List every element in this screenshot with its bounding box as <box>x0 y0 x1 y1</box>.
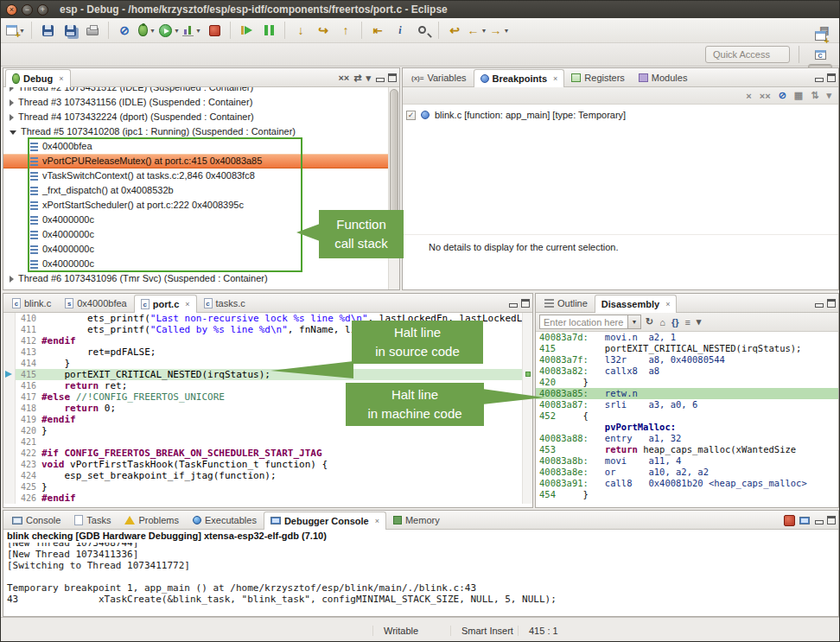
minimize-view-icon[interactable] <box>508 299 517 308</box>
maximize-view-icon[interactable] <box>827 516 836 524</box>
minimize-view-icon[interactable] <box>375 73 384 82</box>
dropdown-arrow-icon[interactable]: ▼ <box>195 28 201 34</box>
stack-frame-row[interactable]: 0x4000bfea <box>3 139 399 154</box>
thread-row[interactable]: Thread #5 1073410208 (ipc1 : Running) (S… <box>3 124 399 139</box>
minimize-window-button[interactable]: − <box>22 4 33 16</box>
disassembly-listing[interactable]: 40083a7d: movi.n a2, 1415 portEXIT_CRITI… <box>536 332 838 507</box>
view-tab-debugger-console[interactable]: Debugger Console× <box>264 512 386 530</box>
maximize-view-icon[interactable] <box>827 299 836 308</box>
last-edit-button[interactable]: ↩ <box>444 20 465 41</box>
close-icon[interactable]: × <box>665 300 670 308</box>
run-button[interactable]: ▼ <box>159 20 180 41</box>
save-all-button[interactable] <box>60 20 80 41</box>
terminate-icon[interactable] <box>784 515 795 526</box>
dropdown-arrow-icon[interactable]: ▼ <box>481 28 487 34</box>
resume-button[interactable] <box>236 20 257 41</box>
close-icon[interactable]: × <box>553 74 557 83</box>
remove-all-terminated-icon[interactable]: ×× <box>338 73 349 83</box>
view-tab-executables[interactable]: Executables <box>186 511 264 529</box>
view-tab-registers[interactable]: Registers <box>564 68 631 86</box>
view-menu-icon[interactable]: ▾ <box>697 316 702 327</box>
stack-frame-row[interactable]: 0x4000000c <box>3 257 399 271</box>
maximize-view-icon[interactable] <box>827 73 836 82</box>
debug-tab-debug[interactable]: Debug× <box>5 69 71 87</box>
view-tab-disassembly[interactable]: Disassembly× <box>595 295 678 313</box>
print-button[interactable] <box>82 20 103 41</box>
editor-tab-0x4000bfea[interactable]: s0x4000bfea <box>58 294 134 312</box>
editor-tab-port-c[interactable]: cport.c× <box>134 295 197 313</box>
view-menu-icon[interactable]: ▾ <box>366 73 371 84</box>
editor-tab-tasks-c[interactable]: ctasks.c <box>197 294 252 312</box>
debug-tree-scrollbar[interactable] <box>388 87 399 289</box>
thread-row[interactable]: Thread #2 1073431512 (IDLE) (Suspended :… <box>3 87 399 95</box>
track-expression-icon[interactable]: ≡ <box>684 317 690 327</box>
stop-button[interactable] <box>204 20 225 41</box>
maximize-window-button[interactable]: + <box>37 4 48 16</box>
editor-tab-blink-c[interactable]: cblink.c <box>5 294 58 312</box>
thread-row[interactable]: Thread #3 1073431156 (IDLE) (Suspended :… <box>3 95 399 110</box>
console-output[interactable]: [New Thread 1073468744][New Thread 10734… <box>3 543 838 616</box>
close-icon[interactable]: × <box>185 300 189 308</box>
close-icon[interactable]: × <box>59 74 63 83</box>
step-into-button[interactable]: ↓ <box>290 20 311 41</box>
link-with-debug-icon[interactable]: ⇅ <box>811 90 818 101</box>
view-tab-problems[interactable]: Problems <box>118 511 185 529</box>
debug-button[interactable]: ▼ <box>137 20 157 41</box>
skip-all-breakpoints-icon[interactable]: ⊘ <box>779 90 786 101</box>
show-source-toggle-icon[interactable]: {} <box>671 317 679 327</box>
connect-icon[interactable]: ⇄ <box>353 73 361 84</box>
tree-collapsed-icon[interactable] <box>10 114 14 121</box>
tree-expanded-icon[interactable] <box>10 130 16 135</box>
dropdown-arrow-icon[interactable]: ▼ <box>150 28 156 34</box>
remove-breakpoint-icon[interactable]: × <box>746 91 751 101</box>
instruction-stepping-button[interactable]: i <box>390 20 410 41</box>
open-perspective-button[interactable] <box>808 26 832 45</box>
tree-collapsed-icon[interactable] <box>10 87 14 92</box>
new-wizard-button[interactable]: ▼ <box>5 20 26 41</box>
minimize-view-icon[interactable] <box>814 73 823 82</box>
quick-access-field[interactable]: Quick Access <box>705 46 790 63</box>
stack-frame-row[interactable]: vTaskSwitchContext() at tasks.c:2,846 0x… <box>3 168 399 183</box>
dropdown-arrow-icon[interactable]: ▼ <box>174 28 180 34</box>
view-tab-modules[interactable]: Modules <box>632 68 695 86</box>
save-button[interactable] <box>37 20 58 41</box>
skip-breakpoints-button[interactable]: ⊘ <box>114 20 135 41</box>
location-input[interactable]: Enter location here <box>540 317 627 327</box>
search-button[interactable] <box>412 20 433 41</box>
view-tab-console[interactable]: Console <box>5 511 67 529</box>
tree-collapsed-icon[interactable] <box>10 276 14 283</box>
location-combo[interactable]: Enter location here ▼ <box>539 315 641 329</box>
console-display-icon[interactable] <box>799 517 810 524</box>
close-button[interactable]: × <box>6 4 17 16</box>
view-tab-variables[interactable]: (x)=Variables <box>404 68 474 86</box>
maximize-view-icon[interactable] <box>521 299 530 308</box>
remove-all-breakpoints-icon[interactable]: ×× <box>760 91 771 101</box>
step-over-button[interactable]: ↪ <box>313 20 334 41</box>
group-by-icon[interactable]: ▦ <box>794 90 803 101</box>
maximize-view-icon[interactable] <box>388 73 397 82</box>
minimize-view-icon[interactable] <box>814 516 823 524</box>
step-return-button[interactable]: ↑ <box>335 20 356 41</box>
thread-row[interactable]: Thread #4 1073432224 (dport) (Suspended … <box>3 110 399 124</box>
dropdown-arrow-icon[interactable]: ▼ <box>504 28 510 34</box>
back-button[interactable]: ←▼ <box>467 20 487 41</box>
stack-frame-row[interactable]: _frxt_dispatch() at 0x4008532b <box>3 183 399 198</box>
suspend-button[interactable] <box>258 20 279 41</box>
breakpoint-row[interactable]: ✓blink.c [function: app_main] [type: Tem… <box>406 108 835 122</box>
profile-button[interactable]: ▼ <box>181 20 202 41</box>
view-tab-memory[interactable]: Memory <box>386 511 447 529</box>
forward-button[interactable]: →▼ <box>489 20 510 41</box>
view-tab-breakpoints[interactable]: Breakpoints× <box>474 69 565 87</box>
home-icon[interactable]: ⌂ <box>659 317 665 327</box>
view-tab-outline[interactable]: Outline <box>538 294 595 312</box>
chevron-down-icon[interactable]: ▼ <box>627 315 640 328</box>
drop-to-frame-button[interactable]: ⇤ <box>367 20 388 41</box>
view-menu-icon[interactable]: ▾ <box>826 90 831 101</box>
thread-row[interactable]: Thread #6 1073431096 (Tmr Svc) (Suspende… <box>3 271 399 286</box>
minimize-view-icon[interactable] <box>814 299 823 308</box>
close-icon[interactable]: × <box>375 517 379 525</box>
breakpoint-checkbox[interactable]: ✓ <box>406 111 416 120</box>
tree-collapsed-icon[interactable] <box>10 99 14 106</box>
cpp-perspective-button[interactable]: C <box>808 45 832 64</box>
view-tab-tasks[interactable]: Tasks <box>67 511 118 529</box>
